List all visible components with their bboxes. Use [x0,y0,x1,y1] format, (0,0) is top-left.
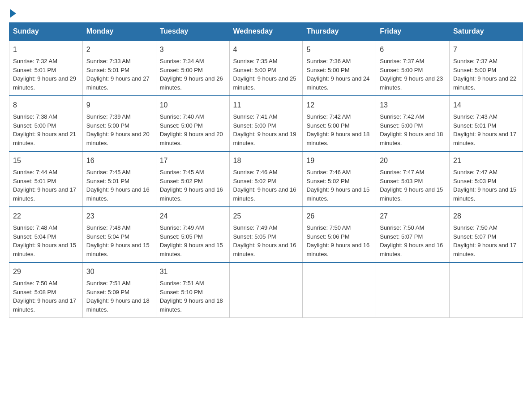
calendar-cell: 20Sunrise: 7:47 AMSunset: 5:03 PMDayligh… [376,151,450,207]
day-number: 6 [380,44,446,55]
calendar-cell: 30Sunrise: 7:51 AMSunset: 5:09 PMDayligh… [82,262,156,318]
calendar-week-row: 15Sunrise: 7:44 AMSunset: 5:01 PMDayligh… [9,151,523,207]
day-number: 20 [380,155,446,166]
day-number: 25 [233,211,299,222]
calendar-cell: 12Sunrise: 7:42 AMSunset: 5:00 PMDayligh… [303,96,376,151]
day-number: 16 [86,155,152,166]
day-number: 7 [453,44,519,55]
day-number: 15 [13,155,79,166]
day-number: 2 [86,44,152,55]
calendar-cell: 2Sunrise: 7:33 AMSunset: 5:01 PMDaylight… [82,40,156,96]
calendar-cell [229,262,303,318]
calendar-cell: 21Sunrise: 7:47 AMSunset: 5:03 PMDayligh… [450,151,523,207]
calendar-cell: 16Sunrise: 7:45 AMSunset: 5:01 PMDayligh… [82,151,156,207]
calendar-cell [376,262,450,318]
page-header [9,9,523,18]
day-number: 12 [306,100,372,111]
calendar-cell: 6Sunrise: 7:37 AMSunset: 5:00 PMDaylight… [376,40,450,96]
calendar-cell: 14Sunrise: 7:43 AMSunset: 5:01 PMDayligh… [450,96,523,151]
calendar-cell: 7Sunrise: 7:37 AMSunset: 5:00 PMDaylight… [450,40,523,96]
day-number: 10 [160,100,226,111]
calendar-cell: 24Sunrise: 7:49 AMSunset: 5:05 PMDayligh… [156,207,229,262]
calendar-cell: 3Sunrise: 7:34 AMSunset: 5:00 PMDaylight… [156,40,229,96]
day-number: 17 [160,155,226,166]
day-number: 11 [233,100,299,111]
calendar-cell: 10Sunrise: 7:40 AMSunset: 5:00 PMDayligh… [156,96,229,151]
calendar-cell: 8Sunrise: 7:38 AMSunset: 5:00 PMDaylight… [9,96,83,151]
day-number: 13 [380,100,446,111]
calendar-cell: 19Sunrise: 7:46 AMSunset: 5:02 PMDayligh… [303,151,376,207]
header-row: SundayMondayTuesdayWednesdayThursdayFrid… [9,23,523,41]
calendar-cell [303,262,376,318]
calendar-cell: 9Sunrise: 7:39 AMSunset: 5:00 PMDaylight… [82,96,156,151]
calendar-cell: 15Sunrise: 7:44 AMSunset: 5:01 PMDayligh… [9,151,83,207]
calendar-week-row: 22Sunrise: 7:48 AMSunset: 5:04 PMDayligh… [9,207,523,262]
calendar-cell: 26Sunrise: 7:50 AMSunset: 5:06 PMDayligh… [303,207,376,262]
day-number: 29 [13,266,79,277]
calendar-week-row: 29Sunrise: 7:50 AMSunset: 5:08 PMDayligh… [9,262,523,318]
calendar-cell: 1Sunrise: 7:32 AMSunset: 5:01 PMDaylight… [9,40,83,96]
day-number: 14 [453,100,519,111]
logo [9,9,16,18]
header-monday: Monday [82,23,156,41]
day-number: 21 [453,155,519,166]
day-number: 3 [160,44,226,55]
calendar-header: SundayMondayTuesdayWednesdayThursdayFrid… [9,23,523,41]
calendar-cell: 5Sunrise: 7:36 AMSunset: 5:00 PMDaylight… [303,40,376,96]
calendar-cell: 17Sunrise: 7:45 AMSunset: 5:02 PMDayligh… [156,151,229,207]
day-number: 22 [13,211,79,222]
day-number: 4 [233,44,299,55]
header-wednesday: Wednesday [229,23,303,41]
header-saturday: Saturday [450,23,523,41]
calendar-week-row: 8Sunrise: 7:38 AMSunset: 5:00 PMDaylight… [9,96,523,151]
calendar-cell: 4Sunrise: 7:35 AMSunset: 5:00 PMDaylight… [229,40,303,96]
calendar-table: SundayMondayTuesdayWednesdayThursdayFrid… [9,22,523,318]
day-number: 26 [306,211,372,222]
calendar-body: 1Sunrise: 7:32 AMSunset: 5:01 PMDaylight… [9,40,523,318]
day-number: 24 [160,211,226,222]
day-number: 8 [13,100,79,111]
calendar-cell: 23Sunrise: 7:48 AMSunset: 5:04 PMDayligh… [82,207,156,262]
header-sunday: Sunday [9,23,83,41]
day-number: 30 [86,266,152,277]
day-number: 23 [86,211,152,222]
day-number: 5 [306,44,372,55]
header-tuesday: Tuesday [156,23,229,41]
calendar-cell: 29Sunrise: 7:50 AMSunset: 5:08 PMDayligh… [9,262,83,318]
day-number: 18 [233,155,299,166]
day-number: 27 [380,211,446,222]
day-number: 28 [453,211,519,222]
calendar-cell: 25Sunrise: 7:49 AMSunset: 5:05 PMDayligh… [229,207,303,262]
header-friday: Friday [376,23,450,41]
day-number: 31 [160,266,226,277]
calendar-cell: 13Sunrise: 7:42 AMSunset: 5:00 PMDayligh… [376,96,450,151]
calendar-cell: 11Sunrise: 7:41 AMSunset: 5:00 PMDayligh… [229,96,303,151]
day-number: 9 [86,100,152,111]
calendar-cell: 27Sunrise: 7:50 AMSunset: 5:07 PMDayligh… [376,207,450,262]
calendar-cell: 28Sunrise: 7:50 AMSunset: 5:07 PMDayligh… [450,207,523,262]
header-thursday: Thursday [303,23,376,41]
calendar-week-row: 1Sunrise: 7:32 AMSunset: 5:01 PMDaylight… [9,40,523,96]
calendar-cell: 31Sunrise: 7:51 AMSunset: 5:10 PMDayligh… [156,262,229,318]
calendar-cell: 18Sunrise: 7:46 AMSunset: 5:02 PMDayligh… [229,151,303,207]
calendar-cell [450,262,523,318]
calendar-cell: 22Sunrise: 7:48 AMSunset: 5:04 PMDayligh… [9,207,83,262]
day-number: 1 [13,44,79,55]
day-number: 19 [306,155,372,166]
logo-arrow-icon [10,9,16,18]
